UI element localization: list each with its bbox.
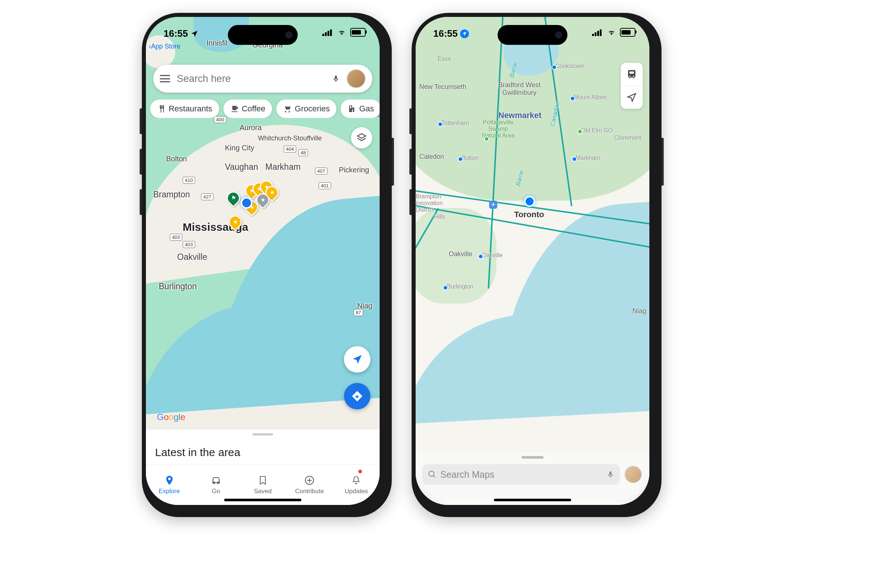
sheet-handle[interactable] xyxy=(522,456,543,459)
directions-button[interactable] xyxy=(344,383,370,410)
label-aurora: Aurora xyxy=(240,123,262,132)
label-markham: Markham xyxy=(576,155,600,161)
hwy-shield: 427 xyxy=(201,193,213,200)
label-hills: Hills xyxy=(434,213,445,220)
chip-coffee[interactable]: Coffee xyxy=(224,100,272,118)
layers-button[interactable] xyxy=(351,127,372,148)
location-indicator-icon xyxy=(460,29,469,38)
label-oakville: Oakville xyxy=(482,252,503,259)
label-pickering: Pickering xyxy=(339,166,369,174)
label-essa: Essa xyxy=(438,56,451,62)
profile-avatar[interactable] xyxy=(624,466,642,483)
label-bolton: Bolton xyxy=(166,155,187,163)
wifi-icon xyxy=(337,28,346,36)
map-controls xyxy=(621,63,643,109)
tab-updates[interactable]: Updates xyxy=(333,465,380,505)
search-bar[interactable]: Search Maps xyxy=(422,464,620,485)
svg-point-1 xyxy=(429,471,434,476)
map-marker xyxy=(443,285,448,290)
hwy-shield: 404 xyxy=(284,146,296,153)
label-park: Pottageville Swamp Natural Area xyxy=(482,119,514,139)
chip-groceries[interactable]: Groceries xyxy=(276,100,336,118)
phone-apple-maps: 16:55 Essa xyxy=(412,13,662,517)
bottom-sheet[interactable]: Latest in the area xyxy=(146,429,380,465)
tab-explore[interactable]: Explore xyxy=(146,465,193,505)
label-whitchurch: Whitchurch-Stouffville xyxy=(258,135,322,142)
hwy-shield: 87 xyxy=(354,309,363,316)
menu-icon[interactable] xyxy=(160,75,170,82)
search-bar[interactable]: Search here xyxy=(153,64,372,93)
map-marker xyxy=(458,156,463,162)
hwy-shield: 403 xyxy=(170,234,182,241)
label-oakville: Oakville xyxy=(177,252,207,262)
label-claremont: Claremont xyxy=(614,135,641,141)
dynamic-island xyxy=(228,25,298,45)
map-marker xyxy=(478,254,483,259)
category-chips: Restaurants Coffee Groceries Gas xyxy=(150,100,380,118)
hwy-shield: 410 xyxy=(183,177,195,184)
search-placeholder: Search here xyxy=(177,73,325,84)
battery-icon xyxy=(620,28,635,37)
label-markham: Markham xyxy=(266,162,301,172)
current-location-dot xyxy=(524,196,535,207)
tracking-button[interactable] xyxy=(621,86,643,109)
label-oldelm: Old Elm GO xyxy=(581,127,613,134)
wifi-icon xyxy=(607,28,616,36)
hwy-shield: 407 xyxy=(315,168,327,175)
transit-mode-button[interactable] xyxy=(621,63,643,86)
my-location-button[interactable] xyxy=(344,346,370,373)
map-marker-transit xyxy=(578,129,582,134)
label-tottenham: Tottenham xyxy=(441,120,469,126)
map-marker xyxy=(570,96,575,101)
cellular-icon xyxy=(592,28,603,36)
label-burlington: Burlington xyxy=(159,282,197,291)
dynamic-island xyxy=(498,25,567,45)
label-kingcity: King City xyxy=(225,144,254,152)
label-bolton: Bolton xyxy=(462,155,478,161)
hwy-shield: 48 xyxy=(298,149,308,156)
label-brampton-district: Brampton Innovation District xyxy=(416,193,443,213)
status-time: 16:55 xyxy=(433,28,458,39)
map-marker-park xyxy=(484,136,489,141)
battery-icon xyxy=(350,28,366,37)
location-arrow-icon xyxy=(190,30,198,38)
home-indicator xyxy=(494,499,571,501)
label-oakville-area: Oakville xyxy=(449,250,472,258)
label-caledon: Caledon xyxy=(419,153,444,160)
label-brampton: Brampton xyxy=(153,190,190,200)
label-cookstown: Cookstown xyxy=(555,63,584,69)
mic-icon[interactable] xyxy=(332,73,340,84)
label-newtecumseth: New Tecumseth xyxy=(419,83,466,91)
label-mtalbert: Mount Albert xyxy=(574,94,607,101)
profile-avatar[interactable] xyxy=(346,69,366,88)
cellular-icon xyxy=(322,28,333,36)
current-location-dot xyxy=(241,197,252,209)
label-niagara: Niag xyxy=(633,307,646,315)
search-placeholder: Search Maps xyxy=(440,469,603,480)
chip-gas[interactable]: Gas xyxy=(340,100,380,118)
map-marker xyxy=(438,122,443,127)
sheet-handle[interactable] xyxy=(252,433,273,435)
label-toronto: Toronto xyxy=(514,210,544,219)
search-icon xyxy=(428,470,436,479)
map-marker xyxy=(552,64,557,70)
label-burlington: Burlington xyxy=(447,284,473,290)
home-indicator xyxy=(224,499,302,501)
apple-map-canvas[interactable]: Essa Cookstown New Tecumseth Bradford We… xyxy=(416,17,650,505)
label-bradford: Bradford West Gwillimbury xyxy=(498,81,541,97)
status-time: 16:55 xyxy=(164,28,188,39)
search-sheet[interactable]: Search Maps xyxy=(416,452,650,505)
label-vaughan: Vaughan xyxy=(225,162,258,172)
airport-icon: ✈ xyxy=(489,201,497,209)
hwy-shield: 403 xyxy=(183,241,195,248)
map-marker xyxy=(572,156,577,162)
sheet-title: Latest in the area xyxy=(155,446,240,459)
phone-google-maps: 16:55 ‹ App Store Innisfil Georgina Newm… xyxy=(142,13,392,517)
google-brand: Google xyxy=(157,412,185,422)
back-to-app-store[interactable]: ‹ App Store xyxy=(149,43,180,50)
mic-icon[interactable] xyxy=(606,469,615,480)
hwy-shield: 401 xyxy=(319,182,331,189)
chip-restaurants[interactable]: Restaurants xyxy=(150,100,219,118)
updates-badge xyxy=(358,470,362,473)
